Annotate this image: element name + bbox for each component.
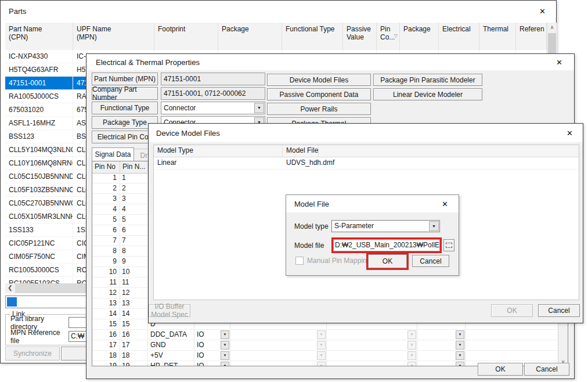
parts-column-header[interactable]: Referen ▽ (516, 23, 547, 50)
pin-extra-cell-3: ▼ (417, 340, 466, 350)
scroll-left-icon[interactable]: ❮ (5, 283, 15, 293)
pin-name-cell: 9 (120, 257, 148, 266)
pin-extra-cell-3: ▼ (417, 361, 466, 366)
part-cpn-cell: ASFL1-16MHZ (5, 117, 73, 129)
manual-pin-mapping-row: Manual Pin Mapping (295, 257, 370, 265)
parts-column-header[interactable]: UPF Name (MPN) ▽ (73, 23, 154, 50)
property-label-button[interactable]: Company Part Number (92, 87, 158, 100)
combo-arrow-icon[interactable]: ▼ (254, 103, 264, 113)
parts-table-header: Part Name (CPN) ▽ UPF Name (MPN) ▽ Footp… (5, 23, 547, 51)
property-value-field[interactable]: Connector ▼ (161, 102, 265, 114)
io-combo-arrow-icon[interactable]: ▼ (221, 351, 229, 360)
io-combo-arrow-icon[interactable]: ▼ (221, 341, 229, 349)
combo-arrow-icon[interactable]: ▼ (456, 330, 464, 339)
model-file-input[interactable]: D:₩2_USB_Main_200213₩PollEx_De (333, 239, 440, 251)
model-type-value: S-Parameter (334, 222, 374, 230)
dmf-action-button[interactable]: I/O Buffer Model Spec (149, 304, 190, 317)
model-file-cancel-button[interactable]: Cancel (412, 255, 449, 267)
parts-column-header[interactable]: Package ▽ (400, 23, 439, 50)
pin-no-cell: 8 (92, 246, 120, 256)
mpn-reference-file-label: MPN Reference file (10, 329, 68, 345)
action-button[interactable]: Device Model Files (267, 74, 371, 86)
pin-no-cell: 17 (92, 340, 120, 350)
io-combo-arrow-icon[interactable]: ▼ (221, 362, 229, 366)
part-cpn-cell: RC1005J000CS (5, 264, 73, 276)
pin-no-column-header[interactable]: Pin No (92, 161, 120, 173)
property-label-button[interactable]: Functional Type (92, 102, 158, 114)
pin-row[interactable]: 18 18 +5V IO▼ ▼ ▼ ▼ (92, 351, 558, 361)
combo-arrow-icon[interactable]: ▼ (429, 221, 439, 231)
pin-name-column-header[interactable]: Pin N... (120, 161, 148, 173)
etp-cancel-button[interactable]: Cancel (524, 363, 569, 376)
pin-io-value: IO (197, 341, 204, 349)
disabled-combo-arrow-icon: ▼ (407, 330, 416, 339)
parts-column-header[interactable]: Functional Type ▽ (282, 23, 343, 50)
dmf-cancel-button[interactable]: Cancel (538, 304, 580, 317)
model-type-combobox[interactable]: S-Parameter ▼ (331, 220, 440, 232)
parts-column-header[interactable]: Package ▽ (218, 23, 282, 50)
model-file-highlight-box: D:₩2_USB_Main_200213₩PollEx_De (331, 237, 442, 253)
modeler-button[interactable]: Linear Device Modeler (373, 88, 482, 100)
pin-name-cell: 1 (120, 173, 148, 183)
parts-column-header[interactable]: Footprint ▽ (154, 23, 218, 50)
part-cpn-cell: CL05F103ZB5NNNC (5, 183, 73, 196)
pin-signal-cell: GND (148, 340, 194, 350)
property-label-button[interactable]: Part Number (MPN) (92, 73, 158, 85)
pin-extra-cell-1: ▼ (230, 340, 327, 350)
parts-column-header[interactable]: Pin Co... ▽ (377, 23, 400, 50)
close-icon[interactable]: ✕ (564, 129, 575, 138)
part-cpn-cell: CL05X105MR3LNNH (5, 210, 73, 223)
pin-extra-cell-2: ▼ (327, 340, 417, 350)
modeler-button[interactable]: Package Pin Parasitic Modeler (373, 74, 482, 86)
parts-column-header[interactable]: Electrical ▽ (439, 23, 479, 50)
close-icon[interactable]: ✕ (439, 200, 450, 208)
scroll-up-icon[interactable]: ∧ (547, 23, 557, 32)
parts-column-header[interactable]: Thermal ▽ (479, 23, 516, 50)
etp-ok-button[interactable]: OK (478, 363, 523, 376)
column-label: Referen (520, 25, 544, 33)
disabled-combo-arrow-icon: ▼ (317, 362, 326, 366)
pin-name-cell: 6 (120, 225, 148, 235)
pin-no-cell: 19 (92, 361, 120, 366)
part-cpn-cell: CL10Y106MQ8NRNC (5, 157, 73, 170)
pin-name-cell: 12 (120, 288, 148, 298)
column-label: Functional Type (286, 25, 335, 33)
action-button[interactable]: Power Rails (267, 103, 371, 115)
disabled-combo-arrow-icon: ▼ (407, 341, 416, 349)
close-icon[interactable]: ✕ (554, 58, 565, 67)
property-value-field[interactable]: 47151-0001 ▼ (161, 73, 265, 85)
part-cpn-cell: CL05C150JB5NNND (5, 170, 73, 183)
ok-highlight-box: OK (366, 253, 409, 270)
pin-no-cell: 9 (92, 257, 120, 266)
dmf-ok-button[interactable]: OK (491, 304, 533, 317)
pin-row[interactable]: 17 17 GND IO▼ ▼ ▼ ▼ (92, 340, 558, 351)
pin-no-cell: 3 (92, 194, 120, 204)
model-type-column-header[interactable]: Model Type (154, 145, 283, 157)
combo-arrow-icon[interactable]: ▼ (456, 341, 464, 349)
combo-arrow-icon[interactable]: ▼ (456, 362, 464, 366)
combo-arrow-icon[interactable]: ▼ (456, 351, 464, 360)
disabled-combo-arrow-icon: ▼ (317, 341, 326, 349)
part-cpn-cell: RA1005J000CS (5, 90, 73, 103)
model-file-column-header[interactable]: Model File (283, 145, 319, 157)
io-combo-arrow-icon[interactable]: ▼ (221, 330, 229, 339)
parts-column-header[interactable]: Part Name (CPN) ▽ (5, 23, 73, 50)
pin-no-cell: 10 (92, 267, 120, 277)
action-button[interactable]: Passive Component Data (267, 88, 371, 100)
model-file-row[interactable]: Linear UDVS_hdh.dmf (154, 157, 579, 170)
pin-row[interactable]: 16 16 DDC_DATA IO▼ ▼ ▼ ▼ (92, 330, 558, 340)
manual-pin-mapping-checkbox[interactable] (295, 257, 304, 265)
pin-no-cell: 18 (92, 351, 120, 361)
close-icon[interactable]: ✕ (537, 7, 548, 16)
model-file-ok-button[interactable]: OK (368, 254, 407, 268)
property-value-text: Connector (164, 104, 196, 112)
pin-name-cell: 5 (120, 215, 148, 225)
parts-column-header[interactable]: Passive Value ▽ (343, 23, 377, 50)
modeler-buttons-column: Package Pin Parasitic Modeler Linear Dev… (373, 74, 482, 103)
property-value-field[interactable]: 47151-0001, 0712-000062 ▼ (161, 87, 265, 100)
tab-signal-data[interactable]: Signal Data (92, 147, 134, 161)
browse-button[interactable] (443, 239, 454, 251)
pin-name-cell: 4 (120, 204, 148, 214)
progress-bar-fill (7, 297, 17, 307)
synchronize-button[interactable]: Synchronize (5, 347, 60, 361)
